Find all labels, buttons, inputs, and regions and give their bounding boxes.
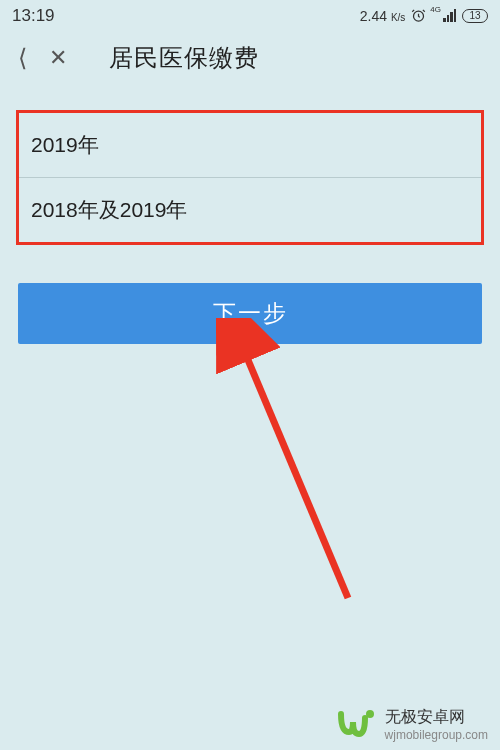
signal-icon: 4G xyxy=(432,9,456,22)
svg-point-3 xyxy=(366,710,374,718)
back-icon[interactable]: ⟨ xyxy=(18,44,27,72)
watermark-logo-icon xyxy=(337,704,377,744)
status-time: 13:19 xyxy=(12,6,55,26)
watermark: 无极安卓网 wjmobilegroup.com xyxy=(0,696,500,750)
watermark-name: 无极安卓网 xyxy=(385,707,465,728)
alarm-icon xyxy=(411,8,426,23)
close-icon[interactable]: ✕ xyxy=(49,45,67,71)
battery-icon: 13 xyxy=(462,9,488,23)
status-bar: 13:19 2.44 K/s 4G 13 xyxy=(0,0,500,28)
watermark-url: wjmobilegroup.com xyxy=(385,728,488,742)
next-button[interactable]: 下一步 xyxy=(18,283,482,344)
arrow-annotation xyxy=(168,318,388,618)
app-header: ⟨ ✕ 居民医保缴费 xyxy=(0,28,500,88)
option-2019[interactable]: 2019年 xyxy=(19,113,481,178)
network-speed: 2.44 K/s xyxy=(360,8,406,24)
page-title: 居民医保缴费 xyxy=(109,42,259,74)
status-right: 2.44 K/s 4G 13 xyxy=(360,8,488,24)
option-2018-2019[interactable]: 2018年及2019年 xyxy=(19,178,481,242)
svg-line-2 xyxy=(243,348,348,598)
year-options-box: 2019年 2018年及2019年 xyxy=(16,110,484,245)
